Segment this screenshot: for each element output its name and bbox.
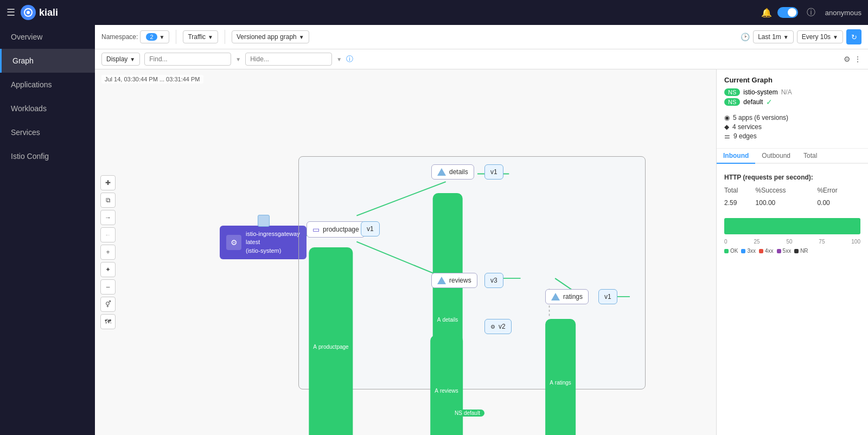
move-control[interactable]: ✚ xyxy=(100,175,116,190)
reviews-triangle-node[interactable]: reviews xyxy=(431,273,477,288)
current-graph-section: Current Graph NS istio-system N/A NS def… xyxy=(717,69,868,149)
sidebar-item-label: Istio Config xyxy=(11,152,49,161)
default-namespace-badge: NS default xyxy=(450,408,484,417)
traffic-label: Traffic xyxy=(188,33,206,41)
ingress-gateway-node[interactable]: ⚙ istio-ingressgateway latest (istio-sys… xyxy=(220,226,307,259)
pan-right-control[interactable]: → xyxy=(100,210,116,225)
hide-input[interactable] xyxy=(245,53,332,66)
graph-type-label: Versioned app graph xyxy=(237,33,297,41)
pan-left-control[interactable]: ← xyxy=(100,227,116,242)
display-chevron: ▼ xyxy=(130,56,135,62)
panel-tabs: Inbound Outbound Total xyxy=(717,149,868,164)
reviews-v2-node[interactable]: ⚙ v2 xyxy=(484,319,512,334)
chart-bar-ok xyxy=(724,218,860,234)
graph-canvas[interactable]: Jul 14, 03:30:44 PM ... 03:31:44 PM xyxy=(95,69,716,435)
reviews-v3-label: v3 xyxy=(490,277,497,284)
ingress-square-node[interactable] xyxy=(258,215,270,227)
zoom-out[interactable]: – xyxy=(100,279,116,295)
grid-icon[interactable]: ⋮ xyxy=(854,55,861,63)
axis-100: 100 xyxy=(851,239,860,245)
refresh-button[interactable]: ↻ xyxy=(846,29,861,44)
legend-4xx-label: 4xx xyxy=(765,248,774,254)
settings-icon[interactable]: ⚙ xyxy=(844,55,851,63)
tab-outbound[interactable]: Outbound xyxy=(755,149,797,164)
ns-check-icon: ✓ xyxy=(766,98,773,106)
sidebar-item-applications[interactable]: Applications xyxy=(0,73,95,97)
ratings-v1-node[interactable]: v1 xyxy=(598,289,617,304)
find-chevron[interactable]: ▼ xyxy=(235,56,241,62)
find-input[interactable] xyxy=(144,53,231,66)
graph-area: Jul 14, 03:30:44 PM ... 03:31:44 PM xyxy=(95,69,868,435)
sidebar-item-workloads[interactable]: Workloads xyxy=(0,97,95,120)
theme-toggle[interactable] xyxy=(777,7,798,18)
sidebar-item-label: Services xyxy=(11,128,40,137)
traffic-dropdown[interactable]: Traffic ▼ xyxy=(183,30,218,43)
details-triangle-node[interactable]: details xyxy=(431,164,474,180)
edges-stat: ⚌ 9 edges xyxy=(724,132,860,140)
ratings-triangle xyxy=(551,293,560,300)
zoom-in-star[interactable]: ✦ xyxy=(100,262,116,277)
ratings-badge: A ratings xyxy=(545,319,576,435)
sidebar-item-services[interactable]: Services xyxy=(0,120,95,144)
sidebar-item-overview[interactable]: Overview xyxy=(0,25,95,49)
graph-type-dropdown[interactable]: Versioned app graph ▼ xyxy=(232,30,309,43)
ratings-label: ratings xyxy=(563,293,583,300)
ratings-v1-label: v1 xyxy=(604,293,611,300)
sidebar-item-istio-config[interactable]: Istio Config xyxy=(0,144,95,168)
graph-type-chevron: ▼ xyxy=(299,34,304,40)
legend-5xx-dot xyxy=(777,249,781,253)
toggle-circle xyxy=(788,8,796,17)
ns-badge-istio: NS xyxy=(724,88,740,96)
details-v1-label: v1 xyxy=(490,168,497,176)
legend-control[interactable]: 🗺 xyxy=(100,314,116,329)
help-icon[interactable]: ⓘ xyxy=(807,7,815,18)
hide-chevron[interactable]: ▼ xyxy=(336,56,342,62)
menu-icon[interactable]: ☰ xyxy=(7,7,15,18)
ns-row-default: NS default ✓ xyxy=(724,98,860,106)
tab-inbound[interactable]: Inbound xyxy=(717,149,755,164)
productpage-v1-node[interactable]: v1 xyxy=(361,221,380,236)
edges-icon: ⚌ xyxy=(724,132,730,140)
chart-area: 0 25 50 75 100 OK 3xx xyxy=(717,214,868,258)
namespace-dropdown[interactable]: 2 ▼ xyxy=(140,30,169,43)
ns-status-istio: N/A xyxy=(781,88,792,96)
time-chevron: ▼ xyxy=(783,34,789,40)
compass-control[interactable]: ⚥ xyxy=(100,297,116,312)
services-icon: ◆ xyxy=(724,123,729,131)
reviews-triangle xyxy=(437,277,446,284)
ingress-label: istio-ingressgateway latest (istio-syste… xyxy=(246,230,300,255)
display-dropdown[interactable]: Display ▼ xyxy=(101,53,140,66)
val-success: 100.00 xyxy=(756,197,818,208)
legend-ok-dot xyxy=(724,249,729,253)
sidebar-item-label: Overview xyxy=(11,33,42,41)
legend-nr: NR xyxy=(794,248,808,254)
http-title: HTTP (requests per second): xyxy=(724,174,860,181)
tab-total[interactable]: Total xyxy=(797,149,824,164)
info-icon[interactable]: ⓘ xyxy=(346,54,353,64)
fit-control[interactable]: ⧉ xyxy=(100,193,116,208)
user-label: anonymous xyxy=(825,9,861,17)
svg-point-1 xyxy=(27,11,30,14)
time-range-dropdown[interactable]: Last 1m ▼ xyxy=(753,30,794,43)
refresh-interval-dropdown[interactable]: Every 10s ▼ xyxy=(797,30,843,43)
namespace-label: Namespace: xyxy=(101,33,138,41)
ratings-triangle-node[interactable]: ratings xyxy=(545,289,589,304)
zoom-in-plus[interactable]: + xyxy=(100,245,116,260)
hide-panel-toggle[interactable]: Hide » xyxy=(716,241,717,263)
axis-75: 75 xyxy=(819,239,825,245)
details-v1-node[interactable]: v1 xyxy=(484,164,503,180)
clock-icon: 🕑 xyxy=(741,33,750,41)
val-error: 0.00 xyxy=(817,197,860,208)
notification-icon[interactable]: 🔔 xyxy=(761,8,772,18)
productpage-node[interactable]: ▭ productpage xyxy=(307,221,365,238)
edges-count: 9 edges xyxy=(733,132,757,140)
refresh-chevron: ▼ xyxy=(833,34,838,40)
productpage-badge: A productpage xyxy=(309,247,353,435)
details-triangle xyxy=(437,168,446,176)
sidebar-item-graph[interactable]: Graph xyxy=(0,49,95,73)
toolbar-row2: Display ▼ ▼ ▼ ⓘ ⚙ ⋮ xyxy=(95,49,868,69)
refresh-interval-label: Every 10s xyxy=(802,33,831,41)
legend-4xx-dot xyxy=(759,249,763,253)
reviews-v3-node[interactable]: v3 xyxy=(484,273,503,288)
ns-name-istio: istio-system xyxy=(743,88,777,96)
